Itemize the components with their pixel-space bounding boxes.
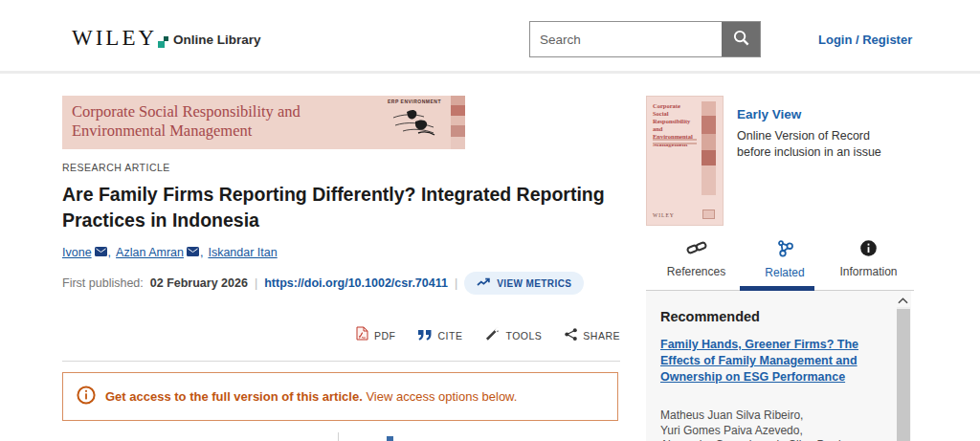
article-type-label: RESEARCH ARTICLE — [62, 162, 170, 173]
journal-cover-badge — [702, 209, 715, 219]
trend-up-icon — [477, 276, 491, 290]
first-published-label: First published: — [62, 276, 144, 290]
sidebar-tabs: References Related Information — [646, 240, 914, 279]
doi-link[interactable]: https://doi.org/10.1002/csr.70411 — [264, 276, 448, 290]
tab-related-label: Related — [765, 266, 804, 279]
banner-side-strip — [451, 96, 465, 149]
wrench-icon — [485, 326, 500, 344]
pdf-label: PDF — [374, 330, 396, 342]
info-circle-icon — [77, 386, 96, 408]
journal-cover-strip — [702, 101, 716, 195]
journal-cover-subtext — [653, 139, 697, 145]
author-link[interactable]: Ivone — [62, 246, 92, 259]
early-view-line2: before inclusion in an issue — [737, 144, 881, 161]
cite-label: CITE — [437, 330, 462, 342]
early-view-link[interactable]: Early View — [737, 107, 881, 121]
share-label: SHARE — [583, 330, 620, 342]
wiley-wordmark: WILEY — [72, 27, 157, 49]
recommended-authors: Matheus Juan Silva Ribeiro, Yuri Gomes P… — [660, 408, 851, 441]
swallows-illustration — [390, 104, 439, 141]
separator: | — [455, 276, 457, 290]
recommended-article-link[interactable]: Family Hands, Greener Firms? The Effects… — [660, 337, 880, 386]
partial-next-section-element — [387, 436, 393, 441]
journal-banner-title-line2: Environmental Management — [72, 121, 301, 141]
author-list: Ivone , Azlan Amran , Iskandar Itan — [62, 246, 278, 259]
journal-banner-title-line1: Corporate Social Responsibility and — [72, 102, 301, 121]
tools-button[interactable]: TOOLS — [485, 326, 542, 344]
site-header: WILEY Online Library Login / Register — [0, 0, 980, 74]
early-view-block: Early View Online Version of Record befo… — [737, 107, 881, 161]
separator: | — [255, 276, 257, 290]
recommended-author: Yuri Gomes Paiva Azevedo, — [660, 424, 851, 439]
erp-environment-logo: ERP ENVIRONMENT — [378, 99, 451, 144]
article-title: Are Family Firms Reporting Differently? … — [62, 182, 622, 233]
tab-references[interactable]: References — [646, 240, 746, 279]
login-register-link[interactable]: Login / Register — [818, 33, 912, 47]
search-form — [529, 21, 761, 57]
related-nodes-icon — [775, 240, 794, 261]
access-notice-bold: Get access to the full version of this a… — [105, 389, 363, 404]
pdf-button[interactable]: PDF — [356, 326, 396, 344]
access-notice: Get access to the full version of this a… — [62, 372, 618, 421]
author-link[interactable]: Azlan Amran — [116, 246, 184, 259]
search-icon — [732, 29, 750, 50]
partial-next-section-divider — [338, 432, 339, 441]
pdf-icon — [356, 326, 368, 344]
journal-cover-publisher: WILEY — [653, 212, 675, 218]
journal-cover-thumbnail[interactable]: Corporate Social Responsibility and Envi… — [646, 96, 724, 226]
journal-banner-title: Corporate Social Responsibility and Envi… — [72, 102, 301, 141]
online-library-wordmark: Online Library — [173, 33, 261, 49]
author-separator: , — [108, 246, 111, 259]
tab-information-label: Information — [839, 265, 897, 278]
link-icon — [686, 240, 707, 260]
tab-related[interactable]: Related — [746, 240, 823, 279]
publication-info-row: First published: 02 February 2026 | http… — [62, 272, 584, 295]
recommended-heading: Recommended — [660, 309, 760, 324]
toolbar-divider — [62, 361, 620, 362]
tab-information[interactable]: Information — [823, 240, 914, 279]
early-view-line1: Online Version of Record — [737, 128, 881, 144]
author-separator: , — [200, 246, 203, 259]
tools-label: TOOLS — [505, 330, 542, 342]
scroll-up-button[interactable] — [896, 293, 910, 306]
share-button[interactable]: SHARE — [565, 326, 620, 344]
article-toolbar: PDF CITE TOOLS SHARE — [62, 326, 620, 344]
tab-references-label: References — [667, 265, 725, 278]
search-input[interactable] — [530, 22, 722, 56]
view-metrics-button[interactable]: VIEW METRICS — [464, 272, 584, 295]
info-icon — [860, 240, 877, 260]
share-icon — [565, 327, 577, 344]
journal-banner[interactable]: Corporate Social Responsibility and Envi… — [62, 96, 465, 149]
author-link[interactable]: Iskandar Itan — [208, 246, 277, 259]
first-published-date: 02 February 2026 — [150, 276, 248, 290]
access-notice-text: Get access to the full version of this a… — [105, 389, 517, 404]
scrollbar-thumb[interactable] — [897, 309, 910, 441]
wiley-logo[interactable]: WILEY Online Library — [72, 27, 261, 49]
access-options-link[interactable]: View access options below. — [366, 389, 517, 404]
recommended-author: Matheus Juan Silva Ribeiro, — [660, 408, 851, 424]
view-metrics-label: VIEW METRICS — [497, 278, 571, 289]
email-icon[interactable] — [95, 246, 107, 259]
quote-icon — [418, 327, 432, 344]
search-button[interactable] — [722, 22, 760, 56]
wiley-online-library-page: WILEY Online Library Login / Register Co… — [0, 0, 980, 441]
chevron-up-icon — [898, 291, 908, 308]
email-icon[interactable] — [187, 246, 199, 259]
wiley-green-mark-icon — [158, 36, 168, 48]
cite-button[interactable]: CITE — [418, 326, 462, 344]
